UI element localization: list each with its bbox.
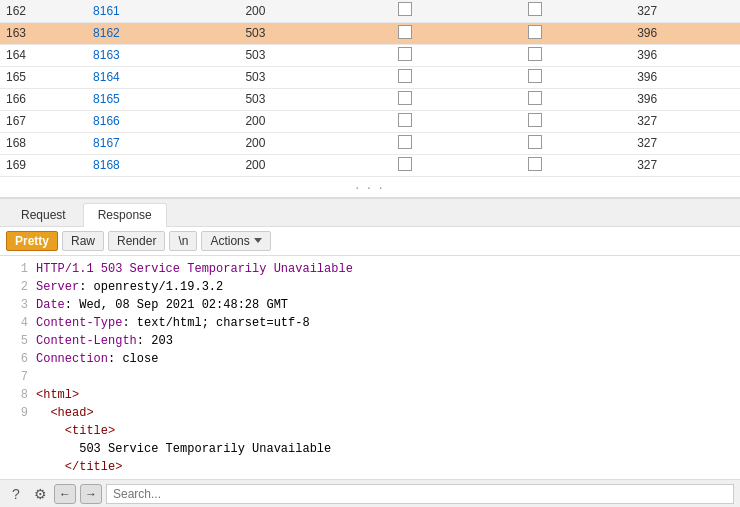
row-col2: 8161 <box>87 0 239 22</box>
row-col4 <box>392 0 523 22</box>
row-col2: 8167 <box>87 132 239 154</box>
row-col2: 8168 <box>87 154 239 176</box>
row-col2: 8163 <box>87 44 239 66</box>
response-area: 1HTTP/1.1 503 Service Temporarily Unavai… <box>0 256 740 480</box>
response-line: 9 <head> <box>8 406 732 424</box>
row-col6: 396 <box>631 88 740 110</box>
table-row[interactable]: 163 8162 503 396 <box>0 22 740 44</box>
table-row[interactable]: 168 8167 200 327 <box>0 132 740 154</box>
tab-response[interactable]: Response <box>83 203 167 227</box>
n-button[interactable]: \n <box>169 231 197 251</box>
response-line: 7 <box>8 370 732 388</box>
row-col3: 503 <box>239 88 391 110</box>
row-col2: 8164 <box>87 66 239 88</box>
raw-button[interactable]: Raw <box>62 231 104 251</box>
row-col5 <box>522 88 631 110</box>
row-col3: 200 <box>239 0 391 22</box>
row-col6: 327 <box>631 110 740 132</box>
row-col5 <box>522 44 631 66</box>
table-section: 162 8161 200 327 163 8162 503 396 164 81… <box>0 0 740 199</box>
table-row[interactable]: 169 8168 200 327 <box>0 154 740 176</box>
row-col5 <box>522 22 631 44</box>
row-col4 <box>392 110 523 132</box>
row-col2: 8165 <box>87 88 239 110</box>
row-id: 166 <box>0 88 87 110</box>
actions-label: Actions <box>210 234 249 248</box>
response-line: 6Connection: close <box>8 352 732 370</box>
row-col4 <box>392 88 523 110</box>
settings-icon[interactable]: ⚙ <box>30 484 50 504</box>
row-id: 164 <box>0 44 87 66</box>
row-col5 <box>522 0 631 22</box>
table-row[interactable]: 165 8164 503 396 <box>0 66 740 88</box>
tabs-bar: Request Response <box>0 199 740 227</box>
row-col5 <box>522 110 631 132</box>
request-table: 162 8161 200 327 163 8162 503 396 164 81… <box>0 0 740 177</box>
row-col3: 503 <box>239 22 391 44</box>
row-col4 <box>392 22 523 44</box>
response-line: 3Date: Wed, 08 Sep 2021 02:48:28 GMT <box>8 298 732 316</box>
table-row[interactable]: 166 8165 503 396 <box>0 88 740 110</box>
row-id: 162 <box>0 0 87 22</box>
render-button[interactable]: Render <box>108 231 165 251</box>
row-col3: 503 <box>239 44 391 66</box>
row-id: 167 <box>0 110 87 132</box>
row-col3: 200 <box>239 154 391 176</box>
more-indicator: · · · <box>0 177 740 198</box>
row-col3: 200 <box>239 132 391 154</box>
row-col5 <box>522 154 631 176</box>
table-row[interactable]: 164 8163 503 396 <box>0 44 740 66</box>
chevron-down-icon <box>254 238 262 243</box>
row-col5 <box>522 66 631 88</box>
response-line: 1HTTP/1.1 503 Service Temporarily Unavai… <box>8 262 732 280</box>
response-line: 2Server: openresty/1.19.3.2 <box>8 280 732 298</box>
row-id: 165 <box>0 66 87 88</box>
row-col4 <box>392 132 523 154</box>
forward-button[interactable]: → <box>80 484 102 504</box>
main-content: 162 8161 200 327 163 8162 503 396 164 81… <box>0 0 740 479</box>
back-button[interactable]: ← <box>54 484 76 504</box>
search-input[interactable] <box>106 484 734 504</box>
row-col4 <box>392 66 523 88</box>
row-col4 <box>392 154 523 176</box>
response-line: 5Content-Length: 203 <box>8 334 732 352</box>
row-id: 168 <box>0 132 87 154</box>
row-col5 <box>522 132 631 154</box>
row-col6: 327 <box>631 0 740 22</box>
actions-button[interactable]: Actions <box>201 231 270 251</box>
row-id: 169 <box>0 154 87 176</box>
row-col6: 327 <box>631 154 740 176</box>
response-line: 8<html> <box>8 388 732 406</box>
row-col6: 396 <box>631 44 740 66</box>
row-col2: 8162 <box>87 22 239 44</box>
response-line: </title> <box>8 460 732 478</box>
row-col6: 396 <box>631 66 740 88</box>
row-col3: 503 <box>239 66 391 88</box>
row-col4 <box>392 44 523 66</box>
response-line: <title> <box>8 424 732 442</box>
table-row[interactable]: 162 8161 200 327 <box>0 0 740 22</box>
help-icon[interactable]: ? <box>6 484 26 504</box>
row-id: 163 <box>0 22 87 44</box>
row-col3: 200 <box>239 110 391 132</box>
toolbar: Pretty Raw Render \n Actions <box>0 227 740 256</box>
bottom-bar: ? ⚙ ← → <box>0 479 740 507</box>
row-col2: 8166 <box>87 110 239 132</box>
tab-request[interactable]: Request <box>6 203 81 226</box>
response-line: 4Content-Type: text/html; charset=utf-8 <box>8 316 732 334</box>
pretty-button[interactable]: Pretty <box>6 231 58 251</box>
row-col6: 396 <box>631 22 740 44</box>
response-line: 503 Service Temporarily Unavailable <box>8 442 732 460</box>
row-col6: 327 <box>631 132 740 154</box>
table-row[interactable]: 167 8166 200 327 <box>0 110 740 132</box>
